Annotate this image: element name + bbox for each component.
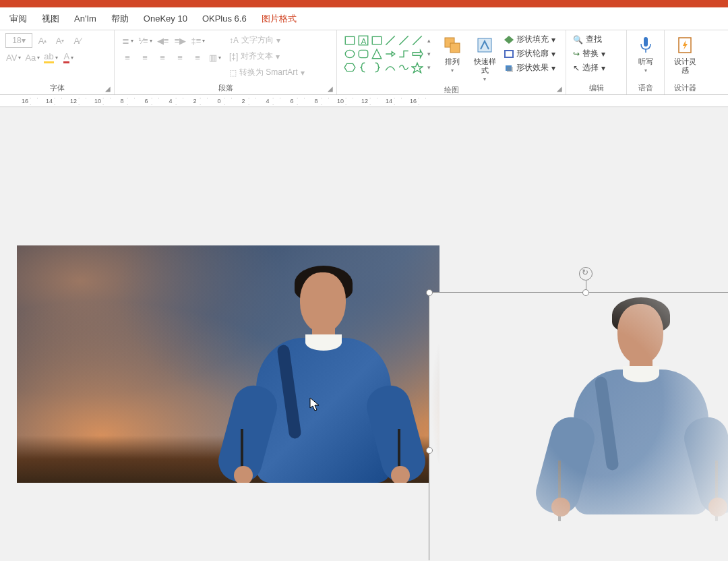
- shape-rect2-icon[interactable]: [371, 34, 383, 47]
- sel-handle-n[interactable]: [582, 289, 589, 296]
- font-size-input[interactable]: 18▾: [5, 33, 32, 48]
- svg-rect-12: [505, 51, 513, 57]
- decrease-indent-icon[interactable]: ◀≡: [156, 33, 171, 48]
- columns-icon[interactable]: ▥▾: [208, 50, 222, 65]
- tab-help[interactable]: 帮助: [104, 7, 135, 30]
- replace-label: 替换: [582, 48, 599, 59]
- ruler-tick-label: 4: [263, 98, 272, 105]
- shape-outline-label: 形状轮廓: [516, 48, 549, 59]
- shape-line2-icon[interactable]: [398, 34, 410, 47]
- align-center-icon[interactable]: ≡: [138, 50, 152, 65]
- rotate-handle-icon[interactable]: [579, 267, 593, 280]
- gallery-row2-more-icon[interactable]: ▾: [425, 48, 433, 60]
- select-button[interactable]: ↖选择▾: [572, 61, 607, 74]
- svg-rect-0: [345, 36, 355, 44]
- tab-okplus[interactable]: OKPlus 6.6: [195, 7, 253, 30]
- tab-onekey[interactable]: OneKey 10: [137, 7, 194, 30]
- shape-fill-button[interactable]: 形状填充▾: [503, 33, 557, 46]
- bullets-icon[interactable]: ≣▾: [120, 33, 135, 48]
- smartart-button[interactable]: ⬚转换为 SmartArt▾: [226, 65, 307, 80]
- ruler[interactable]: 16· · ·14· · ·12· · ·10· · ·8· · ·6· · ·…: [0, 95, 728, 107]
- shape-connector-icon[interactable]: [398, 48, 410, 60]
- increase-indent-icon[interactable]: ≡▶: [173, 33, 188, 48]
- shape-star-icon[interactable]: [411, 61, 423, 73]
- align-text-button[interactable]: [‡]对齐文本▾: [226, 49, 307, 63]
- ruler-tick-label: 14: [44, 98, 54, 105]
- sel-handle-w[interactable]: [426, 447, 433, 454]
- shape-triangle-icon[interactable]: [371, 48, 383, 60]
- change-case-icon[interactable]: Aa▾: [24, 50, 40, 65]
- ruler-tick-label: 16: [20, 98, 30, 105]
- sel-handle-nw[interactable]: [426, 289, 433, 296]
- shapes-gallery[interactable]: A ▴ ▾: [342, 33, 434, 75]
- shape-arrow-icon[interactable]: [384, 48, 396, 60]
- shape-rect-icon[interactable]: [344, 34, 356, 47]
- numbering-icon[interactable]: ⅟≡▾: [138, 33, 153, 48]
- lightning-icon: [674, 34, 696, 56]
- tab-anim[interactable]: An'Im: [67, 7, 103, 30]
- shape-oval-icon[interactable]: [344, 48, 356, 60]
- align-right-icon[interactable]: ≡: [155, 50, 170, 65]
- svg-rect-14: [507, 67, 513, 72]
- highlight-icon[interactable]: ab▾: [43, 50, 58, 65]
- shape-rbrace-icon[interactable]: [371, 61, 383, 73]
- image-cutout-selected[interactable]: [429, 292, 728, 560]
- shape-roundrect-icon[interactable]: [357, 48, 369, 60]
- ruler-tick-label: 10: [336, 98, 345, 105]
- font-dialog-launcher-icon[interactable]: ◢: [104, 84, 112, 92]
- tab-review[interactable]: 审阅: [3, 7, 34, 30]
- arrange-button[interactable]: 排列 ▾: [438, 33, 466, 75]
- slide-canvas[interactable]: [0, 107, 728, 560]
- image-original[interactable]: [17, 245, 439, 483]
- selection-box[interactable]: [429, 292, 728, 560]
- tab-view[interactable]: 视图: [35, 7, 66, 30]
- shape-lbrace-icon[interactable]: [357, 61, 369, 73]
- justify-icon[interactable]: ≡: [173, 50, 187, 65]
- group-label-editing: 编辑: [572, 82, 621, 93]
- shape-outline-button[interactable]: 形状轮廓▾: [503, 47, 557, 60]
- increase-font-icon[interactable]: A▴: [35, 33, 50, 48]
- text-direction-button[interactable]: ↕A文字方向▾: [226, 33, 307, 47]
- replace-button[interactable]: ↪替换▾: [572, 47, 607, 60]
- quick-styles-icon: [474, 34, 495, 56]
- svg-rect-15: [644, 37, 648, 47]
- mic-icon: [635, 34, 657, 56]
- font-color-icon[interactable]: A▾: [61, 50, 76, 65]
- quick-styles-button[interactable]: 快速样式 ▾: [471, 33, 499, 84]
- shape-line-icon[interactable]: [384, 34, 396, 47]
- quick-styles-label: 快速样式: [472, 57, 497, 75]
- text-direction-icon: ↕A: [229, 36, 239, 45]
- ribbon: 18▾ A▴ A▾ A⁄ AV▾ Aa▾ ab▾ A▾ 字体 ◢ ≣▾: [0, 30, 728, 95]
- find-button[interactable]: 🔍查找: [572, 33, 607, 46]
- tab-picture-format[interactable]: 图片格式: [255, 7, 303, 30]
- distribute-icon[interactable]: ≡: [190, 50, 205, 65]
- shape-arc-icon[interactable]: [384, 61, 396, 73]
- shape-effects-icon: [504, 64, 514, 72]
- gallery-more-icon[interactable]: ▾: [425, 61, 433, 73]
- shape-hex-icon[interactable]: [344, 61, 356, 73]
- group-drawing: A ▴ ▾: [337, 30, 566, 94]
- paragraph-dialog-launcher-icon[interactable]: ◢: [326, 84, 334, 92]
- align-text-icon: [‡]: [229, 52, 238, 61]
- shape-curve-icon[interactable]: [398, 61, 410, 73]
- gallery-row1-more-icon[interactable]: ▴: [425, 34, 433, 47]
- ruler-tick-label: 6: [142, 98, 151, 105]
- design-ideas-button[interactable]: 设计灵感: [671, 33, 699, 76]
- tab-bar: 审阅 视图 An'Im 帮助 OneKey 10 OKPlus 6.6 图片格式: [0, 7, 728, 30]
- char-spacing-icon[interactable]: AV▾: [5, 50, 22, 65]
- shape-effects-button[interactable]: 形状效果▾: [503, 61, 557, 74]
- align-left-icon[interactable]: ≡: [120, 50, 135, 65]
- svg-rect-8: [359, 50, 368, 57]
- drawing-dialog-launcher-icon[interactable]: ◢: [555, 84, 564, 92]
- shape-line3-icon[interactable]: [411, 34, 423, 47]
- clear-format-icon[interactable]: A⁄: [70, 33, 85, 48]
- dictate-button[interactable]: 听写 ▾: [632, 33, 659, 75]
- shape-textbox-icon[interactable]: A: [357, 34, 369, 47]
- decrease-font-icon[interactable]: A▾: [53, 33, 67, 48]
- line-spacing-icon[interactable]: ‡≡▾: [191, 33, 206, 48]
- replace-icon: ↪: [573, 49, 580, 59]
- group-font: 18▾ A▴ A▾ A⁄ AV▾ Aa▾ ab▾ A▾ 字体 ◢: [0, 30, 115, 94]
- shape-arrow2-icon[interactable]: [411, 48, 423, 60]
- shape-fill-icon: [504, 36, 514, 44]
- group-label-designer: 设计器: [670, 82, 700, 93]
